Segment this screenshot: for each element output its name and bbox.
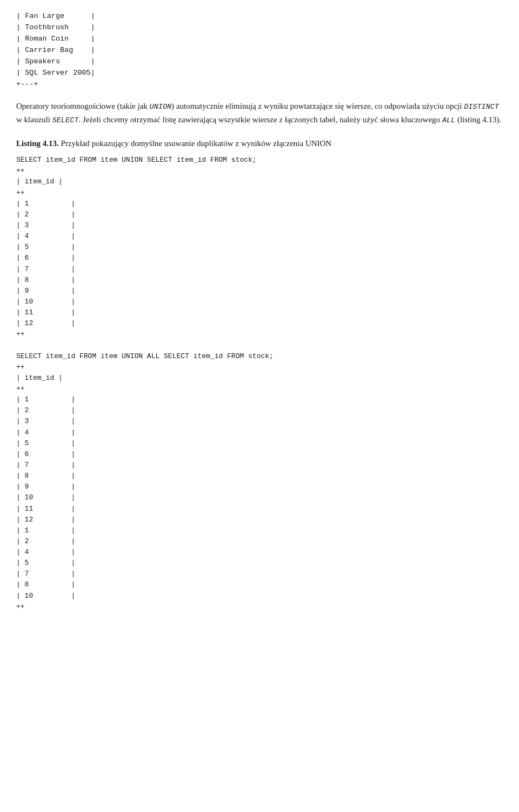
distinct-inline-code: DISTINCT xyxy=(464,103,499,111)
all-inline-code: ALL xyxy=(442,116,455,124)
prose-paragraph-1: Operatory teoriomnogościowe (takie jak U… xyxy=(16,100,503,126)
listing-title: Przykład pokazujący domyślne usuwanie du… xyxy=(61,139,332,148)
union-inline-code: UNION xyxy=(150,103,172,111)
top-table-block: | Fan Large | | Toothbrush | | Roman Coi… xyxy=(16,11,503,90)
query2-block: SELECT item_id FROM item UNION ALL SELEC… xyxy=(16,351,503,612)
select-inline-code: SELECT xyxy=(52,116,79,124)
query1-block: SELECT item_id FROM item UNION SELECT it… xyxy=(16,155,503,340)
listing-label: Listing 4.13. xyxy=(16,139,59,148)
listing-header: Listing 4.13. Przykład pokazujący domyśl… xyxy=(16,137,503,150)
